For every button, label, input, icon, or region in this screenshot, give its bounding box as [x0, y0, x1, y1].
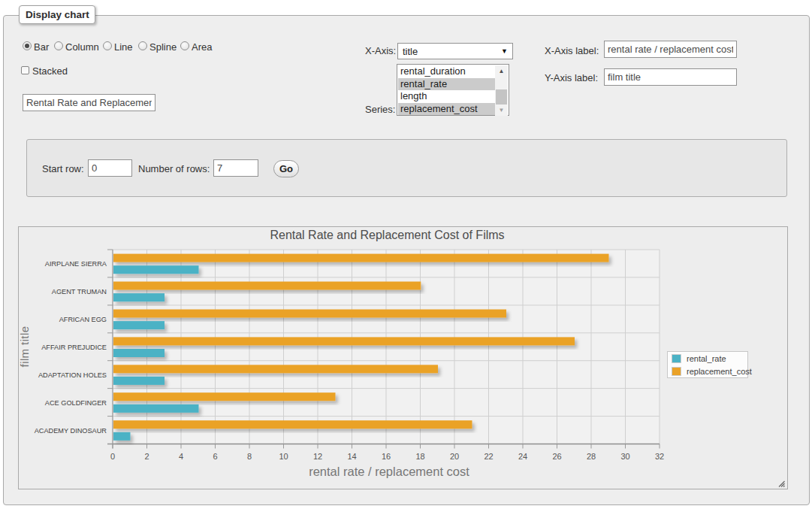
- svg-text:film title: film title: [19, 326, 31, 368]
- svg-text:22: 22: [484, 452, 493, 461]
- svg-text:2: 2: [144, 452, 149, 461]
- svg-text:24: 24: [518, 452, 527, 461]
- svg-text:rental_rate: rental_rate: [687, 354, 726, 363]
- svg-text:12: 12: [313, 452, 322, 461]
- svg-text:Rental Rate and Replacement Co: Rental Rate and Replacement Cost of Film…: [270, 229, 504, 241]
- svg-text:32: 32: [655, 452, 664, 461]
- svg-text:replacement_cost: replacement_cost: [687, 367, 752, 376]
- svg-text:0: 0: [110, 452, 115, 461]
- svg-text:8: 8: [247, 452, 252, 461]
- svg-text:ACE GOLDFINGER: ACE GOLDFINGER: [45, 399, 107, 407]
- svg-text:AIRPLANE SIERRA: AIRPLANE SIERRA: [45, 260, 107, 268]
- svg-text:ADAPTATION HOLES: ADAPTATION HOLES: [38, 371, 107, 379]
- svg-text:AGENT TRUMAN: AGENT TRUMAN: [52, 288, 107, 295]
- svg-text:30: 30: [620, 452, 629, 461]
- svg-text:28: 28: [587, 452, 596, 461]
- svg-text:6: 6: [213, 452, 217, 461]
- svg-text:10: 10: [279, 452, 288, 461]
- svg-text:14: 14: [347, 452, 356, 461]
- svg-text:rental rate / replacement cost: rental rate / replacement cost: [309, 465, 469, 478]
- svg-text:26: 26: [552, 452, 561, 461]
- svg-text:AFRICAN EGG: AFRICAN EGG: [59, 316, 107, 323]
- svg-text:4: 4: [179, 452, 183, 461]
- svg-text:AFFAIR PREJUDICE: AFFAIR PREJUDICE: [41, 344, 107, 351]
- svg-text:ACADEMY DINOSAUR: ACADEMY DINOSAUR: [35, 427, 107, 435]
- svg-text:16: 16: [382, 452, 391, 461]
- svg-text:18: 18: [415, 452, 424, 461]
- svg-text:20: 20: [450, 452, 459, 461]
